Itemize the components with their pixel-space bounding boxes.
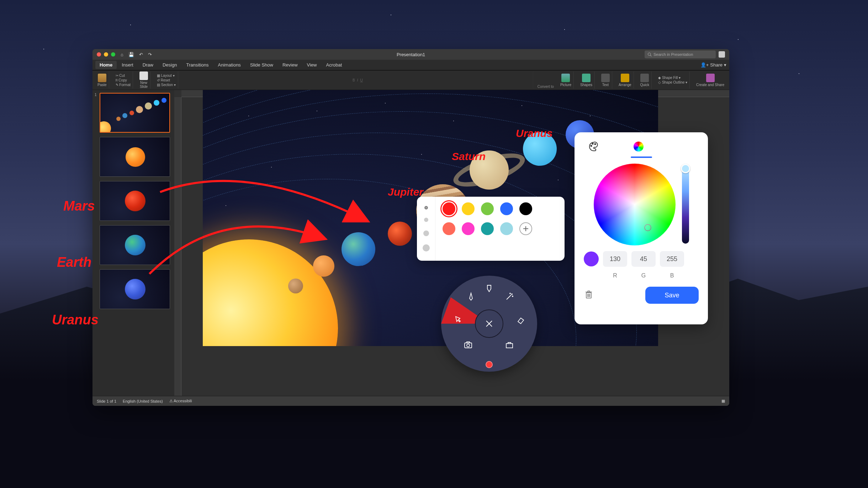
copy-button[interactable]: ⎘ Copy	[116, 78, 131, 82]
record-button[interactable]	[486, 361, 493, 368]
new-slide-label: New Slide	[140, 81, 148, 89]
window-minimize-button[interactable]	[104, 52, 108, 57]
undo-icon[interactable]: ↶	[139, 52, 143, 57]
home-icon[interactable]: ⌂	[121, 52, 123, 57]
status-accessibility[interactable]: ⚠ Accessibili	[169, 399, 192, 403]
g-field[interactable]: 45	[631, 251, 656, 267]
shape-outline-button[interactable]: ◇ Shape Outline ▾	[658, 80, 687, 84]
palette-icon	[588, 141, 599, 152]
redo-icon[interactable]: ↷	[148, 52, 152, 57]
text-icon[interactable]	[601, 74, 610, 82]
brightness-slider-thumb[interactable]	[681, 164, 690, 173]
format-button[interactable]: ✎ Format	[116, 83, 131, 87]
paste-icon[interactable]	[98, 74, 106, 82]
swatch-blue[interactable]	[500, 202, 513, 215]
section-button[interactable]: ▤ Section ▾	[157, 83, 176, 87]
swatch-red[interactable]	[443, 202, 455, 215]
radial-close-button[interactable]	[475, 309, 503, 338]
toolbox-icon[interactable]	[504, 340, 514, 350]
eraser-icon[interactable]	[516, 315, 526, 325]
palette-tab[interactable]	[587, 140, 600, 153]
swatch-yellow[interactable]	[462, 202, 475, 215]
menu-review[interactable]: Review	[278, 61, 302, 69]
b-field[interactable]: 255	[660, 251, 684, 267]
color-wheel-cursor[interactable]	[644, 224, 651, 231]
color-wheel[interactable]	[594, 164, 676, 245]
thumbnail-4[interactable]	[95, 225, 171, 265]
svg-point-14	[591, 145, 592, 146]
swatch-coral[interactable]	[443, 222, 455, 235]
arrange-icon[interactable]	[621, 74, 629, 82]
user-avatar[interactable]	[719, 51, 725, 58]
thumbnail-5[interactable]	[95, 269, 171, 309]
stroke-size-2[interactable]	[424, 218, 428, 222]
delete-color-button[interactable]	[584, 290, 594, 301]
active-tab-underline	[631, 157, 652, 158]
layout-button[interactable]: ▦ Layout ▾	[157, 74, 176, 78]
pointer-icon[interactable]	[452, 315, 462, 325]
menu-view[interactable]: View	[303, 61, 321, 69]
annotation-jupiter: Jupiter	[388, 186, 423, 198]
menu-slideshow[interactable]: Slide Show	[246, 61, 277, 69]
menu-transitions[interactable]: Transitions	[182, 61, 213, 69]
wheel-tab[interactable]	[632, 140, 645, 153]
brightness-slider[interactable]	[682, 165, 689, 244]
g-label: G	[631, 272, 656, 279]
color-wheel-icon	[634, 142, 644, 152]
reset-button[interactable]: ↺ Reset	[157, 78, 176, 82]
annotation-earth: Earth	[57, 255, 91, 270]
highlighter-icon[interactable]	[484, 283, 494, 293]
swatch-teal[interactable]	[481, 222, 494, 235]
magic-icon[interactable]	[504, 292, 514, 302]
thumbnail-1[interactable]: 1	[95, 93, 171, 133]
svg-point-15	[592, 143, 593, 144]
thumbnail-2[interactable]	[95, 137, 171, 177]
shape-fill-button[interactable]: ◆ Shape Fill ▾	[658, 76, 687, 80]
planet-mercury	[288, 279, 303, 293]
add-swatch-button[interactable]	[519, 222, 532, 235]
svg-point-7	[512, 294, 512, 295]
menu-acrobat[interactable]: Acrobat	[322, 61, 346, 69]
ruler-vertical	[174, 97, 181, 396]
shapes-icon[interactable]	[582, 74, 591, 82]
search-placeholder: Search in Presentation	[653, 52, 693, 57]
menu-draw[interactable]: Draw	[138, 61, 158, 69]
r-field[interactable]: 130	[603, 251, 627, 267]
stroke-size-3[interactable]	[423, 230, 429, 236]
share-button[interactable]: 👤+ Share ▾	[700, 62, 726, 68]
window-close-button[interactable]	[97, 52, 101, 57]
window-maximize-button[interactable]	[111, 52, 115, 57]
menu-home[interactable]: Home	[95, 61, 117, 69]
stroke-size-4[interactable]	[423, 244, 430, 251]
radial-tool-menu	[441, 276, 537, 372]
menu-animations[interactable]: Animations	[214, 61, 245, 69]
paste-label: Paste	[97, 83, 107, 87]
slide-thumbnails-panel: 1	[92, 90, 174, 396]
color-picker-panel: 130 45 255 R G B Save	[575, 132, 708, 324]
search-input[interactable]: Search in Presentation	[645, 51, 716, 58]
pen-icon[interactable]	[466, 292, 476, 302]
status-language[interactable]: English (United States)	[123, 399, 163, 403]
status-view-icons[interactable]: ▦	[721, 399, 725, 403]
save-button[interactable]: Save	[645, 287, 699, 304]
status-slide-count: Slide 1 of 1	[97, 399, 116, 403]
swatch-green[interactable]	[481, 202, 494, 215]
save-icon[interactable]: 💾	[128, 52, 134, 57]
thumbnail-3[interactable]	[95, 181, 171, 221]
stroke-size-1[interactable]	[424, 206, 428, 209]
camera-icon[interactable]	[463, 340, 473, 350]
svg-point-12	[467, 344, 470, 347]
quick-icon[interactable]	[640, 74, 649, 82]
annotation-uranus-slide: Uranus	[516, 127, 552, 139]
window-title: Presentation1	[397, 52, 425, 57]
new-slide-icon[interactable]	[139, 71, 148, 80]
menu-design[interactable]: Design	[158, 61, 181, 69]
menu-insert[interactable]: Insert	[117, 61, 138, 69]
swatch-magenta[interactable]	[462, 222, 475, 235]
picture-icon[interactable]	[561, 74, 570, 82]
swatch-black[interactable]	[519, 202, 532, 215]
swatch-lightblue[interactable]	[500, 222, 513, 235]
create-share-icon[interactable]	[706, 74, 715, 82]
svg-line-1	[650, 55, 651, 56]
cut-button[interactable]: ✂ Cut	[116, 74, 131, 78]
